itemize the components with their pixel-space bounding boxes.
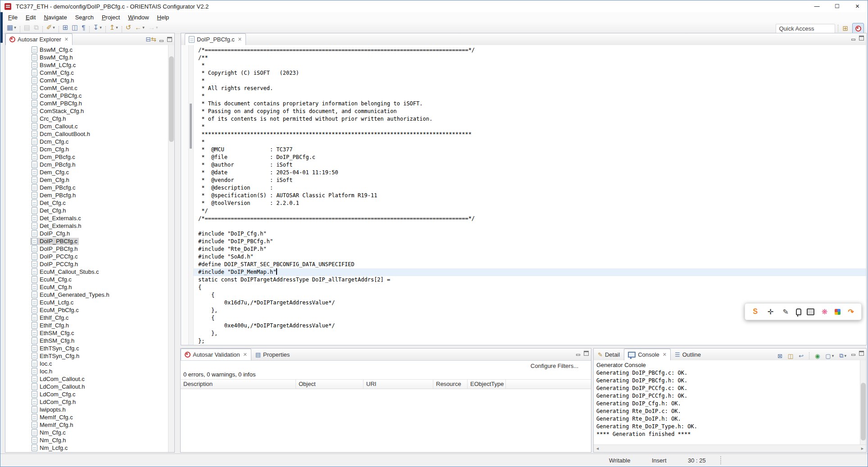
tree-item[interactable]: Det_Externals.h — [5, 222, 168, 230]
notes-icon[interactable] — [807, 308, 814, 315]
tree-item[interactable]: Dem_Cfg.h — [5, 176, 168, 184]
code-line[interactable]: * @MCU : TC377 — [194, 146, 866, 154]
word-wrap-icon[interactable]: ↩ — [797, 351, 805, 361]
code-line[interactable]: #include "DoIP_Cfg.h" — [194, 230, 866, 238]
tree-item[interactable]: Dem_Cfg.c — [5, 168, 168, 176]
tree-item[interactable]: Ioc.h — [5, 367, 168, 375]
tree-item[interactable]: EthTSyn_Cfg.c — [5, 345, 168, 352]
back-icon[interactable]: ← — [133, 23, 146, 32]
display-selected-console-icon[interactable]: ▢ — [824, 351, 835, 361]
tree-item[interactable]: ComM_PBCfg.h — [5, 100, 168, 107]
maximize-button[interactable]: ☐ — [827, 0, 847, 12]
close-tab-icon[interactable]: ✕ — [663, 352, 667, 358]
tree-item[interactable]: DoIP_Cfg.h — [5, 230, 168, 237]
sync-model-icon[interactable]: ⊞ — [61, 23, 70, 32]
snipaste-logo-icon[interactable]: S — [750, 307, 760, 317]
code-line[interactable]: * Passing on and copying of this documen… — [194, 108, 866, 115]
tree-item[interactable]: MemIf_Cfg.h — [5, 421, 168, 429]
generate-code-icon[interactable]: ↥ — [108, 23, 119, 32]
minimize-view-icon[interactable] — [159, 36, 164, 42]
minimize-view-icon[interactable] — [575, 350, 581, 356]
menu-item[interactable]: Search — [71, 13, 98, 22]
tree-item[interactable]: EcuM_Cfg.c — [5, 276, 168, 283]
explorer-scrollbar[interactable] — [168, 45, 174, 452]
tree-item[interactable]: ComM_PBCfg.c — [5, 92, 168, 100]
move-tool-icon[interactable]: ✛ — [766, 307, 776, 317]
tree-item[interactable]: LdCom_Callout.h — [5, 383, 168, 390]
code-line[interactable]: * @file : DoIP_PBCfg.c — [194, 154, 866, 161]
tab-autosar-explorer[interactable]: Autosar Explorer ✕ — [5, 33, 73, 45]
code-line[interactable]: * Copyright (C) iSOFT (2023) — [194, 69, 866, 77]
forward-icon[interactable]: → — [147, 23, 159, 32]
code-line[interactable]: static const DoIPTargetAddressType DoIP_… — [194, 276, 866, 284]
code-line[interactable]: * — [194, 138, 866, 146]
column-description[interactable]: Description — [181, 380, 296, 389]
maximize-view-icon[interactable] — [583, 350, 589, 356]
code-line[interactable]: * of its contents is not permitted witho… — [194, 115, 866, 123]
minimize-button[interactable]: — — [807, 0, 827, 12]
collapse-all-icon[interactable]: ⊟ — [146, 36, 151, 43]
share-arrow-icon[interactable]: ↷ — [846, 307, 856, 317]
tree-item[interactable]: EcuM_Cfg.h — [5, 283, 168, 291]
pen-tool-icon[interactable]: ✎ — [781, 307, 791, 317]
tree-item[interactable]: Nm_PBcfg.c — [5, 452, 168, 452]
column-uri[interactable]: URI — [364, 380, 433, 389]
status-grip-handle[interactable] — [720, 456, 721, 464]
toolbar-icon[interactable] — [89, 26, 90, 33]
code-line[interactable]: #define DOIP_START_SEC_PBCONFIG_DATA_UNS… — [194, 261, 866, 268]
code-line[interactable]: /*======================================… — [194, 46, 866, 54]
code-line[interactable]: * @toolVersion : 2.2.0.1 — [194, 199, 866, 207]
tree-item[interactable]: Det_Cfg.c — [5, 199, 168, 207]
tree-item[interactable]: lwipopts.h — [5, 406, 168, 413]
orientais-perspective-button[interactable] — [852, 23, 864, 34]
column-resource[interactable]: Resource — [433, 380, 468, 389]
tree-item[interactable]: EcuM_Callout_Stubs.c — [5, 268, 168, 276]
validate-icon[interactable]: ↧ — [92, 23, 103, 32]
tree-item[interactable]: DoIP_PCCfg.c — [5, 253, 168, 260]
tree-item[interactable]: Dcm_PBcfg.c — [5, 153, 168, 161]
menu-item[interactable]: Edit — [22, 13, 40, 22]
toolbar-icon[interactable] — [42, 26, 43, 33]
tree-item[interactable]: Det_Externals.c — [5, 214, 168, 222]
tree-item[interactable]: LdCom_Cfg.c — [5, 390, 168, 398]
menu-item[interactable]: Window — [124, 13, 153, 22]
tree-item[interactable]: DoIP_PBCfg.c — [5, 237, 168, 245]
tree-item[interactable]: DoIP_PCCfg.h — [5, 260, 168, 268]
close-tab-icon[interactable]: ✕ — [243, 352, 247, 358]
show-whitespace-icon[interactable]: ¶ — [81, 23, 87, 32]
new-wizard-icon[interactable]: ▦ — [5, 23, 18, 32]
tree-item[interactable]: Dem_PBcfg.h — [5, 191, 168, 199]
annotation-ruler[interactable] — [181, 45, 189, 345]
scrollbar-thumb[interactable] — [169, 56, 174, 142]
tree-item[interactable]: ComM_Gent.c — [5, 84, 168, 92]
open-console-icon[interactable]: ⧉ — [838, 351, 848, 361]
code-line[interactable]: * — [194, 92, 866, 100]
code-line[interactable]: * @date : 2025-04-01 11:19:50 — [194, 169, 866, 177]
tab-autosar-validation[interactable]: Autosar Validation ✕ — [181, 349, 251, 360]
code-line[interactable] — [194, 222, 866, 230]
tree-item[interactable]: EcuM_Generated_Types.h — [5, 291, 168, 299]
maximize-view-icon[interactable] — [167, 36, 173, 42]
code-line[interactable]: * — [194, 62, 866, 69]
code-line[interactable]: * @description : — [194, 184, 866, 192]
mic-icon[interactable] — [796, 308, 801, 315]
tree-item[interactable]: MemIf_Cfg.c — [5, 413, 168, 421]
tree-item[interactable]: DoIP_PBCfg.h — [5, 245, 168, 253]
code-line[interactable]: 0xe400u,/*DoIPTargetAddressValue*/ — [194, 322, 866, 330]
code-line[interactable]: * @vendor : iSoft — [194, 177, 866, 184]
code-line[interactable]: * @author : iSoft — [194, 161, 866, 169]
code-line[interactable]: * — [194, 123, 866, 131]
tree-item[interactable]: ComM_Cfg.c — [5, 69, 168, 77]
quick-access-input[interactable]: Quick Access — [776, 24, 835, 33]
tree-item[interactable]: Dcm_CalloutBoot.h — [5, 130, 168, 138]
tab-properties[interactable]: ▤ Properties — [251, 349, 294, 360]
code-line[interactable]: /*======================================… — [194, 215, 866, 222]
toolbar-icon[interactable] — [122, 26, 122, 33]
last-edit-location-icon[interactable]: ↺ — [124, 23, 133, 32]
code-line[interactable]: #include "SoAd.h" — [194, 253, 866, 261]
tree-item[interactable]: Nm_Cfg.h — [5, 436, 168, 444]
code-line[interactable]: }; — [194, 337, 866, 345]
tree-item[interactable]: Nm_Lcfg.c — [5, 444, 168, 452]
tree-item[interactable]: Dcm_Callout.c — [5, 122, 168, 130]
console-vscrollbar[interactable] — [860, 360, 866, 445]
